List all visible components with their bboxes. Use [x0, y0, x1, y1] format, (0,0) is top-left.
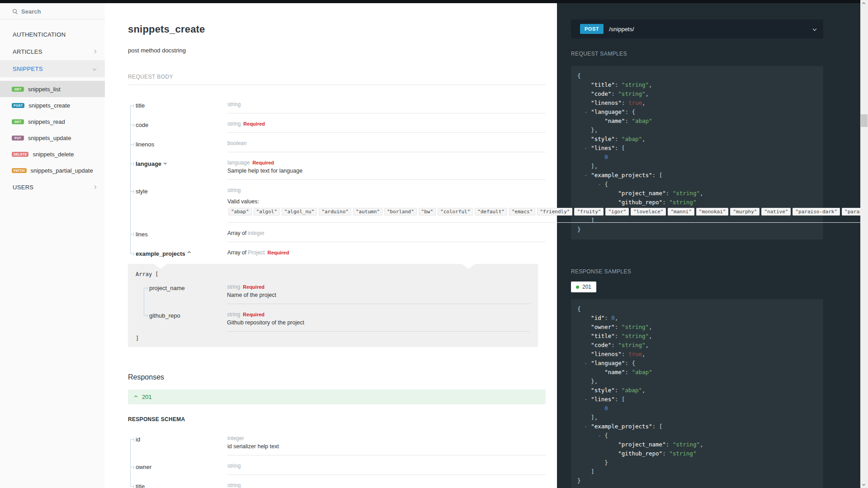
code-token: ,: [642, 351, 646, 357]
code-token: : [: [652, 172, 663, 178]
scrollbar-thumb[interactable]: [861, 114, 868, 127]
request-body-fields: titlestringcodestringRequiredlinenosbool…: [128, 101, 546, 257]
code-token: :: [615, 324, 622, 330]
chevron-up-icon: [134, 395, 137, 399]
collapse-marker[interactable]: -: [584, 145, 588, 151]
top-edge: [0, 0, 860, 3]
code-token: },: [577, 127, 598, 133]
scroll-down-icon[interactable]: [862, 483, 865, 486]
response-samples-label: RESPONSE SAMPLES: [571, 268, 860, 275]
code-token: [577, 108, 584, 115]
response-201-toggle[interactable]: 201: [128, 389, 546, 404]
request-samples-label: REQUEST SAMPLES: [571, 51, 860, 57]
sidebar-item-snippets-read[interactable]: GETsnippets_read: [0, 113, 105, 130]
field-name-cell[interactable]: language: [128, 160, 227, 180]
code-token: ],: [577, 414, 598, 421]
field-type: boolean: [227, 140, 247, 146]
sidebar-item-snippets[interactable]: SNIPPETS: [0, 60, 105, 77]
endpoint-dropdown[interactable]: POST /snippets/: [571, 19, 823, 38]
collapse-marker[interactable]: -: [584, 396, 588, 403]
code-token: [577, 154, 604, 160]
code-line: {: [577, 305, 817, 314]
search-box[interactable]: [0, 3, 105, 19]
sidebar-item-snippets-list[interactable]: GETsnippets_list: [0, 81, 105, 97]
field-name: code: [136, 122, 148, 128]
code-line: - "example_projects": [: [577, 422, 817, 431]
sidebar-item-authentication[interactable]: AUTHENTICATION: [0, 26, 105, 43]
sidebar-item-snippets-delete[interactable]: DELETEsnippets_delete: [0, 146, 105, 162]
field-name-cell: linenos: [128, 140, 227, 152]
chevron-right-icon: [93, 185, 96, 189]
sidebar-item-users[interactable]: USERS: [0, 178, 105, 196]
chevron-right-icon: [93, 50, 96, 53]
code-line: "style": "abap",: [577, 135, 817, 144]
collapse-marker[interactable]: -: [598, 432, 601, 439]
code-token: [577, 351, 591, 357]
collapse-marker[interactable]: -: [584, 172, 588, 178]
code-token: [588, 423, 591, 430]
sidebar-item-snippets-update[interactable]: PUTsnippets_update: [0, 130, 105, 146]
field-type: string: [227, 463, 241, 469]
field-name-cell[interactable]: example_projects: [128, 249, 227, 257]
sidebar-item-articles[interactable]: ARTICLES: [0, 43, 105, 60]
code-line: - "language": {: [577, 108, 817, 117]
sidebar: AUTHENTICATION ARTICLES SNIPPETS GETsnip…: [0, 0, 105, 488]
method-badge-get: GET: [12, 119, 24, 124]
sidebar-item-snippets-partial-update[interactable]: PATCHsnippets_partial_update: [0, 162, 105, 178]
content-panel: snippets_create post method docstring RE…: [105, 0, 557, 488]
field-row-code: codestringRequired: [128, 121, 546, 133]
collapse-marker[interactable]: -: [584, 360, 588, 366]
code-token: : [: [615, 145, 625, 151]
code-token: {: [601, 181, 608, 188]
response-sample-tab-201[interactable]: 201: [571, 282, 596, 292]
sidebar-item-snippets-create[interactable]: POSTsnippets_create: [0, 97, 105, 113]
code-token: :: [604, 314, 611, 321]
responses-title: Responses: [128, 373, 546, 381]
code-token: "code": [591, 90, 611, 97]
required-badge: Required: [268, 250, 289, 255]
code-token: : {: [625, 108, 635, 115]
field-name: owner: [136, 464, 151, 470]
code-line: 0: [577, 404, 817, 413]
field-row-id: idintegerid serializer help text: [128, 435, 546, 455]
field-type-line: stringRequired: [227, 311, 530, 318]
code-line: "owner": "string",: [577, 323, 817, 332]
collapse-marker[interactable]: -: [584, 423, 588, 430]
field-name-cell: owner: [128, 463, 227, 475]
valid-value-chip: "bw": [419, 208, 436, 216]
code-token: "string": [622, 81, 649, 88]
field-name: title: [136, 102, 145, 109]
code-token: "title": [591, 333, 615, 339]
code-token: [577, 181, 598, 188]
field-row-title: titlestring: [128, 101, 546, 113]
code-token: ,: [642, 99, 646, 106]
field-description-cell: string: [227, 101, 546, 113]
code-token: "id": [591, 314, 604, 321]
code-token: ],: [577, 163, 598, 169]
code-token: : [: [615, 396, 625, 403]
search-input[interactable]: [21, 8, 85, 15]
code-token: :: [662, 450, 669, 457]
collapse-marker[interactable]: -: [584, 108, 588, 115]
sidebar-item-label: snippets_read: [28, 118, 65, 125]
field-name-cell: style: [128, 187, 227, 223]
code-token: [577, 145, 584, 151]
field-type: string: [227, 187, 241, 193]
code-token: :: [625, 117, 632, 124]
code-token: "linenos": [591, 99, 622, 106]
field-type: string: [227, 121, 241, 127]
field-name-cell: title: [128, 482, 227, 488]
field-type-line: string: [227, 187, 868, 193]
field-description-cell: string: [227, 482, 546, 488]
scroll-up-icon[interactable]: [862, 2, 865, 5]
valid-value-chip: "fruity": [574, 208, 604, 216]
samples-panel: POST /snippets/ REQUEST SAMPLES { "title…: [557, 0, 860, 488]
tree-trunk-line: [130, 439, 131, 455]
code-token: [588, 360, 591, 366]
required-badge: Required: [243, 284, 264, 290]
valid-value-chip: "colorful": [438, 208, 473, 216]
code-token: [577, 136, 591, 142]
field-row-lines: linesArray of integer: [128, 230, 546, 242]
collapse-marker[interactable]: -: [598, 181, 601, 188]
window-scrollbar[interactable]: [860, 0, 868, 488]
